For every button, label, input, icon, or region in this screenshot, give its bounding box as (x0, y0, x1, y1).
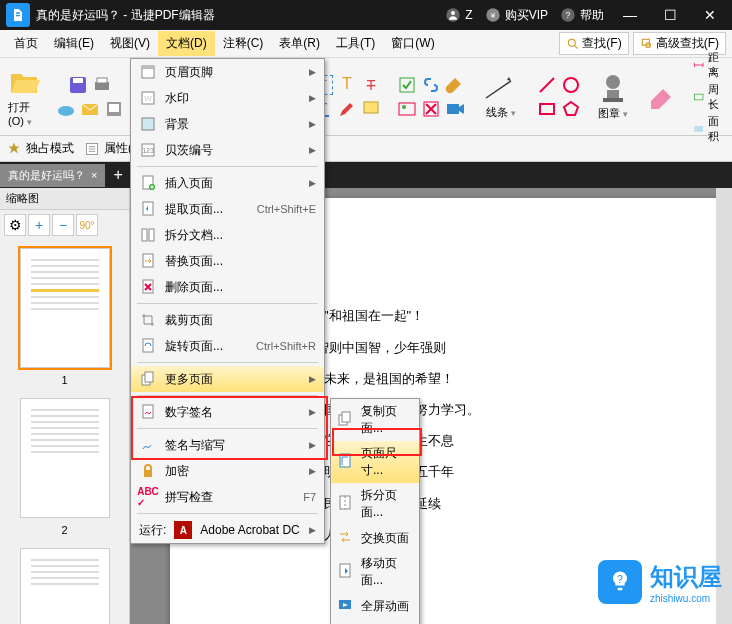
document-tab[interactable]: 真的是好运吗？× (0, 164, 105, 187)
menu-view[interactable]: 视图(V) (102, 31, 158, 56)
image-tool-icon[interactable] (397, 99, 417, 119)
menu-insert-page[interactable]: 插入页面▶ (131, 170, 324, 196)
menu-spellcheck[interactable]: ABC✓拼写检查F7 (131, 484, 324, 510)
thumbnail-page-1[interactable] (20, 248, 110, 368)
menu-split-doc[interactable]: 拆分文档... (131, 222, 324, 248)
watermark-url: zhishiwu.com (650, 593, 722, 604)
menu-encrypt[interactable]: 加密▶ (131, 458, 324, 484)
rect-shape-icon[interactable] (537, 99, 557, 119)
video-icon[interactable] (445, 99, 465, 119)
arrow-tool-icon[interactable] (481, 73, 521, 103)
menu-background[interactable]: 背景▶ (131, 111, 324, 137)
find-button[interactable]: 查找(F) (559, 32, 628, 55)
svg-rect-46 (694, 126, 703, 132)
thumbnail-panel: 缩略图 ⚙ + − 90° 1 2 (0, 188, 130, 624)
submenu-move-page[interactable]: 移动页面... (331, 551, 419, 593)
line-shape-icon[interactable] (537, 75, 557, 95)
menu-home[interactable]: 首页 (6, 31, 46, 56)
thumbnail-tools: ⚙ + − 90° (0, 210, 129, 240)
menu-comment[interactable]: 注释(C) (215, 31, 272, 56)
svg-rect-41 (603, 98, 623, 102)
svg-rect-16 (109, 104, 119, 112)
circle-shape-icon[interactable] (561, 75, 581, 95)
help-link[interactable]: ?帮助 (560, 7, 604, 24)
svg-text:T: T (367, 77, 376, 93)
menu-more-pages[interactable]: 更多页面▶ (131, 366, 324, 392)
menu-window[interactable]: 窗口(W) (383, 31, 442, 56)
menu-tools[interactable]: 工具(T) (328, 31, 383, 56)
thumb-rotate-icon[interactable]: 90° (76, 214, 98, 236)
svg-point-13 (58, 106, 74, 116)
stamp-icon[interactable] (597, 72, 629, 104)
cloud-icon[interactable] (56, 99, 76, 119)
buy-vip[interactable]: ¥购买VIP (485, 7, 548, 24)
strikeout-icon[interactable]: T (361, 75, 381, 95)
menu-header-footer[interactable]: 页眉页脚▶ (131, 59, 324, 85)
open-icon[interactable] (8, 66, 40, 98)
menu-delete-page[interactable]: 删除页面... (131, 274, 324, 300)
menu-digital-sign[interactable]: 数字签名▶ (131, 399, 324, 425)
polygon-shape-icon[interactable] (561, 99, 581, 119)
eraser-icon[interactable] (645, 81, 677, 113)
svg-rect-12 (97, 78, 107, 83)
menu-extract-page[interactable]: 提取页面...Ctrl+Shift+E (131, 196, 324, 222)
thumb-settings-icon[interactable]: ⚙ (4, 214, 26, 236)
thumb-num-2: 2 (8, 524, 121, 536)
attach-icon[interactable] (445, 75, 465, 95)
svg-rect-31 (399, 103, 415, 115)
line-label: 线条 (486, 106, 508, 118)
tab-close-icon[interactable]: × (91, 169, 97, 181)
second-toolbar: 独占模式 属性(P)... (0, 136, 732, 162)
crossout-icon[interactable] (421, 99, 441, 119)
area-icon[interactable] (693, 123, 704, 135)
svg-rect-52 (142, 118, 154, 130)
thumb-zoomin-icon[interactable]: + (28, 214, 50, 236)
svg-text:¥: ¥ (489, 11, 495, 20)
scan-icon[interactable] (104, 99, 124, 119)
note-icon[interactable] (361, 99, 381, 119)
vertical-scrollbar[interactable] (716, 188, 732, 624)
submenu-renumber[interactable]: #编排页码... (331, 619, 419, 624)
menu-form[interactable]: 表单(R) (271, 31, 328, 56)
maximize-button[interactable]: ☐ (656, 7, 684, 23)
link-icon[interactable] (421, 75, 441, 95)
minimize-button[interactable]: — (616, 7, 644, 23)
menu-sign-initials[interactable]: 签名与缩写▶ (131, 432, 324, 458)
menu-edit[interactable]: 编辑(E) (46, 31, 102, 56)
highlight-tool-icon[interactable]: T (337, 75, 357, 95)
distance-icon[interactable] (693, 59, 704, 71)
menu-run-adobe[interactable]: 运行:AAdobe Acrobat DC▶ (131, 517, 324, 543)
menu-rotate-page[interactable]: 旋转页面...Ctrl+Shift+R (131, 333, 324, 359)
thumb-num-1: 1 (8, 374, 121, 386)
menu-watermark[interactable]: W水印▶ (131, 85, 324, 111)
save-icon[interactable] (68, 75, 88, 95)
user-icon[interactable]: Z (445, 7, 472, 23)
thumbnail-page-2[interactable] (20, 398, 110, 518)
ribbon-toolbar: 打开(O) ▾ 编辑表单 T T T (0, 58, 732, 136)
menu-bates[interactable]: 123贝茨编号▶ (131, 137, 324, 163)
perimeter-icon[interactable] (693, 91, 704, 103)
submenu-copy-page[interactable]: 复制页面... (331, 399, 419, 441)
thumb-zoomout-icon[interactable]: − (52, 214, 74, 236)
thumbnail-page-3[interactable] (20, 548, 110, 624)
menu-bar: 首页 编辑(E) 视图(V) 文档(D) 注释(C) 表单(R) 工具(T) 窗… (0, 30, 732, 58)
submenu-page-size[interactable]: 页面尺寸... (331, 441, 419, 483)
close-button[interactable]: ✕ (696, 7, 724, 23)
print-icon[interactable] (92, 75, 112, 95)
menu-document[interactable]: 文档(D) (158, 31, 215, 56)
exclusive-mode[interactable]: 独占模式 (6, 140, 74, 157)
submenu-split-page[interactable]: 拆分页面... (331, 483, 419, 525)
menu-crop-page[interactable]: 裁剪页面 (131, 307, 324, 333)
svg-point-37 (564, 78, 578, 92)
svg-rect-58 (142, 229, 147, 241)
menu-replace-page[interactable]: 替换页面... (131, 248, 324, 274)
tab-add-button[interactable]: + (105, 166, 130, 184)
submenu-fullscreen[interactable]: 全屏动画 (331, 593, 419, 619)
checkbox-icon[interactable] (397, 75, 417, 95)
submenu-swap-page[interactable]: 交换页面 (331, 525, 419, 551)
svg-point-1 (451, 11, 455, 15)
svg-point-6 (569, 39, 576, 46)
pencil-icon[interactable] (337, 99, 357, 119)
svg-line-35 (486, 81, 511, 98)
mail-icon[interactable] (80, 99, 100, 119)
